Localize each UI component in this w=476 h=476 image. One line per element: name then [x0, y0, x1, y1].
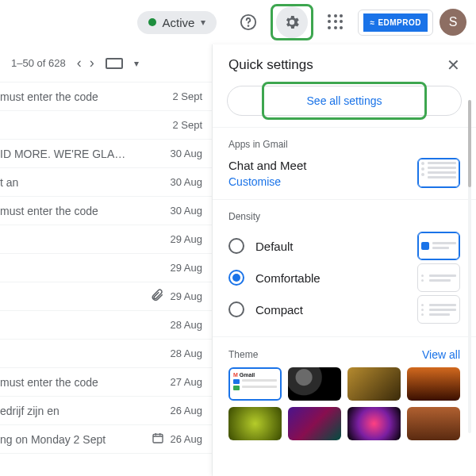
email-row[interactable]: edrijf zijn en26 Aug: [0, 397, 212, 425]
density-preview-comfortable[interactable]: [417, 263, 460, 292]
density-preview-compact[interactable]: [417, 295, 460, 324]
density-section-label: Density: [228, 211, 460, 222]
apps-item: Chat and Meet: [228, 159, 306, 172]
email-subject: edrijf zijn en: [0, 405, 60, 417]
avatar-initial: S: [449, 15, 458, 29]
email-date: 26 Aug: [171, 405, 203, 416]
theme-tile[interactable]: [288, 367, 341, 401]
email-row[interactable]: 29 Aug: [0, 282, 212, 311]
density-option-compact[interactable]: Compact: [228, 301, 303, 317]
density-label: Default: [255, 240, 294, 253]
density-label: Comfortable: [255, 271, 321, 285]
calendar-icon: [152, 432, 164, 447]
theme-view-all-link[interactable]: View all: [422, 348, 460, 361]
email-row[interactable]: 2 Sept: [0, 111, 212, 140]
density-option-default[interactable]: Default: [228, 238, 294, 254]
theme-tile[interactable]: [407, 367, 460, 401]
status-label: Active: [163, 16, 195, 29]
brand-label: EDMPROD: [378, 18, 421, 27]
email-row[interactable]: ID MORE. WE'RE GLA…30 Aug: [0, 140, 212, 168]
settings-button[interactable]: [276, 6, 308, 38]
email-date: 2 Sept: [172, 90, 202, 102]
help-icon: [240, 13, 257, 31]
email-date: 30 Aug: [171, 148, 203, 159]
brand-badge[interactable]: ≈ EDMPROD: [358, 10, 433, 36]
theme-tile[interactable]: [347, 407, 401, 440]
email-subject: must enter the code: [0, 90, 98, 103]
settings-button-highlight: [271, 4, 313, 40]
list-toolbar: 1–50 of 628 ‹ › ▾: [0, 44, 212, 83]
status-chip[interactable]: Active ▾: [137, 11, 217, 34]
email-row[interactable]: 28 Aug: [0, 311, 212, 340]
email-date: 30 Aug: [171, 176, 203, 188]
density-section: Density Default Comfortable: [213, 199, 476, 336]
email-row[interactable]: 29 Aug: [0, 254, 212, 282]
email-date: 26 Aug: [171, 433, 203, 445]
help-button[interactable]: [232, 6, 264, 38]
theme-tile[interactable]: [228, 407, 282, 440]
next-page-button[interactable]: ›: [90, 55, 94, 71]
email-subject: ID MORE. WE'RE GLA…: [0, 148, 125, 160]
email-row[interactable]: t an30 Aug: [0, 168, 212, 197]
topbar: Active ▾ ≈ EDMPROD S: [0, 0, 476, 44]
avatar[interactable]: S: [440, 9, 466, 36]
email-date: 29 Aug: [171, 233, 203, 245]
theme-tile[interactable]: [407, 407, 460, 440]
email-subject: t an: [0, 176, 18, 189]
main: 1–50 of 628 ‹ › ▾ must enter the code2 S…: [0, 44, 476, 476]
status-dot-icon: [148, 18, 156, 26]
theme-default-label: Gmail: [240, 372, 255, 378]
email-date: 2 Sept: [172, 119, 202, 131]
theme-section: Theme View all MGmail: [213, 336, 476, 451]
attachment-icon: [150, 288, 164, 305]
see-all-settings-button[interactable]: See all settings: [227, 86, 462, 116]
email-date: 29 Aug: [171, 290, 203, 302]
email-subject: must enter the code: [0, 376, 98, 389]
customise-link[interactable]: Customise: [228, 175, 306, 188]
input-tools-button[interactable]: [106, 58, 123, 69]
svg-rect-2: [153, 434, 163, 443]
apps-grid-icon: [328, 14, 344, 30]
email-date: 27 Aug: [171, 376, 203, 388]
email-row[interactable]: must enter the code2 Sept: [0, 83, 212, 111]
email-row[interactable]: 28 Aug: [0, 340, 212, 368]
email-row[interactable]: 29 Aug: [0, 225, 212, 254]
email-subject: must enter the code: [0, 205, 98, 217]
radio-icon: [228, 270, 244, 286]
density-label: Compact: [255, 303, 303, 317]
theme-section-label: Theme: [228, 349, 258, 360]
density-preview-default[interactable]: [417, 232, 460, 260]
email-list-pane: 1–50 of 628 ‹ › ▾ must enter the code2 S…: [0, 44, 213, 476]
see-all-label: See all settings: [307, 94, 382, 107]
google-apps-button[interactable]: [320, 6, 351, 38]
theme-tile[interactable]: [288, 407, 341, 440]
prev-page-button[interactable]: ‹: [77, 55, 82, 71]
theme-tile[interactable]: [347, 367, 401, 401]
email-date: 29 Aug: [171, 262, 203, 274]
quick-settings-panel: Quick settings ✕ See all settings Apps i…: [213, 44, 476, 476]
scrollbar-thumb[interactable]: [468, 100, 471, 187]
apps-section-label: Apps in Gmail: [228, 139, 460, 150]
pager-label: 1–50 of 628: [11, 57, 66, 69]
radio-icon: [228, 301, 244, 317]
wifi-icon: ≈: [370, 18, 374, 27]
chevron-down-icon: ▾: [134, 58, 139, 69]
panel-title: Quick settings: [228, 57, 313, 73]
email-row[interactable]: must enter the code27 Aug: [0, 368, 212, 397]
chat-meet-preview[interactable]: [417, 158, 460, 188]
email-date: 30 Aug: [171, 205, 203, 217]
email-date: 28 Aug: [171, 347, 203, 359]
email-subject: ng on Monday 2 Sept: [0, 433, 106, 446]
radio-icon: [228, 238, 244, 254]
scrollbar[interactable]: [468, 100, 471, 433]
email-date: 28 Aug: [171, 319, 203, 331]
svg-point-1: [248, 25, 249, 26]
gear-icon: [283, 13, 301, 31]
chevron-down-icon: ▾: [201, 17, 205, 28]
email-row[interactable]: ng on Monday 2 Sept26 Aug: [0, 425, 212, 454]
theme-tile-default[interactable]: MGmail: [228, 367, 282, 401]
email-list: must enter the code2 Sept2 SeptID MORE. …: [0, 83, 212, 476]
close-button[interactable]: ✕: [447, 56, 460, 75]
email-row[interactable]: must enter the code30 Aug: [0, 197, 212, 225]
density-option-comfortable[interactable]: Comfortable: [228, 270, 321, 286]
